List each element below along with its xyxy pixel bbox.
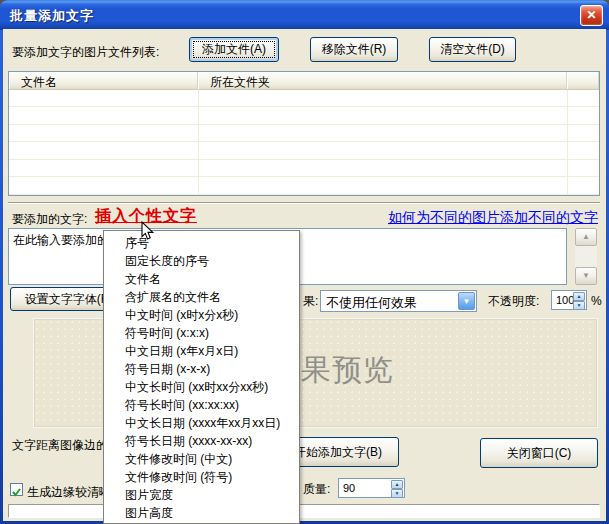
column-header[interactable]: 文件名 (9, 72, 198, 89)
file-list[interactable]: 文件名所在文件夹 (8, 71, 600, 196)
quality-value: 90 (343, 482, 355, 494)
percent-label: % (591, 294, 602, 308)
mouse-cursor-icon (141, 221, 155, 246)
menu-item[interactable]: 中文长日期 (xxxx年xx月xx日) (104, 414, 299, 432)
checkmark-icon (11, 487, 22, 498)
menu-item[interactable]: 固定长度的序号 (104, 252, 299, 270)
menu-item[interactable]: 中文长时间 (xx时xx分xx秒) (104, 378, 299, 396)
quality-label: 质量: (303, 481, 330, 498)
close-window-button[interactable]: 关闭窗口(C) (480, 438, 598, 468)
column-header-filler (567, 72, 599, 89)
status-bar (8, 504, 600, 518)
menu-item[interactable]: 图片高度 (104, 504, 299, 522)
menu-item[interactable]: 中文日期 (x年x月x日) (104, 342, 299, 360)
sharp-edge-checkbox[interactable] (10, 483, 23, 496)
dialog-window: 批量添加文字 ✕ 要添加文字的图片文件列表: 添加文件(A) 移除文件(R) 清… (0, 0, 609, 524)
menu-item[interactable]: 文件名 (104, 270, 299, 288)
menu-item[interactable]: 符号长日期 (xxxx-xx-xx) (104, 432, 299, 450)
opacity-value: 100 (556, 294, 574, 306)
text-to-add-label: 要添加的文字: (12, 211, 87, 228)
preview-text: 果预览 (301, 350, 394, 391)
menu-item[interactable]: 文件修改时间 (符号) (104, 468, 299, 486)
clear-files-button[interactable]: 清空文件(D) (429, 37, 516, 62)
spin-up-icon[interactable]: ▲ (391, 480, 403, 489)
opacity-label: 不透明度: (488, 293, 539, 310)
column-divider (198, 90, 199, 195)
file-list-body[interactable] (9, 90, 599, 195)
add-files-button[interactable]: 添加文件(A) (189, 37, 279, 62)
menu-item[interactable]: 序号 (104, 234, 299, 252)
effect-value: 不使用任何效果 (326, 295, 417, 310)
title-bar[interactable]: 批量添加文字 ✕ (0, 0, 609, 30)
quality-spinner[interactable]: 90 ▲ ▼ (338, 478, 405, 498)
distance-label: 文字距离图像边的 (12, 437, 108, 454)
menu-item[interactable]: 文件修改时间 (中文) (104, 450, 299, 468)
spin-down-icon[interactable]: ▼ (573, 301, 585, 310)
effect-label: 果: (303, 293, 318, 310)
file-list-label: 要添加文字的图片文件列表: (12, 44, 159, 61)
file-list-header[interactable]: 文件名所在文件夹 (9, 72, 599, 90)
spin-down-icon[interactable]: ▼ (391, 489, 403, 498)
text-input-scrollbar[interactable]: ▲ ▼ (575, 228, 597, 285)
scroll-up-button[interactable]: ▲ (575, 228, 597, 246)
remove-files-button[interactable]: 移除文件(R) (310, 37, 398, 62)
menu-item[interactable]: 符号时间 (x:x:x) (104, 324, 299, 342)
window-title: 批量添加文字 (10, 7, 94, 25)
menu-item[interactable]: 中文时间 (x时x分x秒) (104, 306, 299, 324)
scroll-down-button[interactable]: ▼ (575, 267, 597, 285)
menu-item[interactable]: 图片宽度 (104, 486, 299, 504)
effect-dropdown[interactable]: 不使用任何效果 ▼ (320, 290, 477, 312)
divider (8, 202, 600, 204)
column-header[interactable]: 所在文件夹 (198, 72, 567, 89)
close-icon: ✕ (586, 8, 596, 22)
opacity-spinner[interactable]: 100 ▲ ▼ (551, 290, 587, 310)
sharp-edge-label: 生成边缘较清晰 (27, 484, 111, 501)
chevron-down-icon[interactable]: ▼ (458, 292, 475, 310)
column-divider (567, 90, 568, 195)
menu-item[interactable]: 含扩展名的文件名 (104, 288, 299, 306)
help-different-text-link[interactable]: 如何为不同的图片添加不同的文字 (388, 209, 598, 227)
menu-item[interactable]: 符号日期 (x-x-x) (104, 360, 299, 378)
close-button[interactable]: ✕ (580, 5, 603, 26)
menu-item[interactable]: 符号长时间 (xx:xx:xx) (104, 396, 299, 414)
spin-up-icon[interactable]: ▲ (573, 292, 585, 301)
insert-text-menu[interactable]: 序号固定长度的序号文件名含扩展名的文件名中文时间 (x时x分x秒)符号时间 (x… (103, 230, 300, 524)
